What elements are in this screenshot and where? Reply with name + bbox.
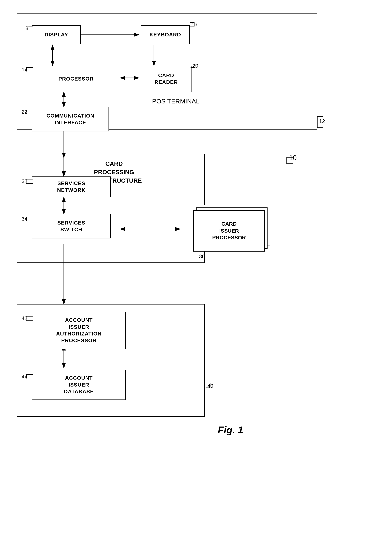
bracket-16 [189,22,196,27]
ai-auth-processor-block: ACCOUNT ISSUER AUTHORIZATION PROCESSOR [32,312,126,349]
card-reader-block: CARD READER [141,66,191,92]
comm-interface-block: COMMUNICATION INTERFACE [32,107,109,131]
bracket-40 [205,382,214,389]
diagram-container: 12 POS TERMINAL DISPLAY 18 KEYBOARD 16 P… [11,8,379,552]
bracket-32 [24,178,34,185]
pos-terminal-label: POS TERMINAL [152,98,200,105]
bracket-44 [24,374,34,380]
bracket-22 [24,109,34,115]
bracket-36 [195,257,205,263]
processor-block: PROCESSOR [32,66,120,92]
bracket-34 [24,216,34,222]
card-issuer-front: CARD ISSUER PROCESSOR [193,210,265,251]
bracket-10 [282,157,294,164]
bracket-18 [26,25,34,31]
services-network-block: SERVICES NETWORK [32,177,111,197]
fig-label: Fig. 1 [218,424,243,436]
bracket-12 [313,115,325,130]
ai-database-block: ACCOUNT ISSUER DATABASE [32,370,126,400]
bracket-20 [190,63,197,69]
bracket-14 [24,67,34,73]
keyboard-block: KEYBOARD [141,25,190,44]
services-switch-block: SERVICES SWITCH [32,214,111,239]
bracket-42 [24,315,34,322]
display-block: DISPLAY [32,25,81,44]
